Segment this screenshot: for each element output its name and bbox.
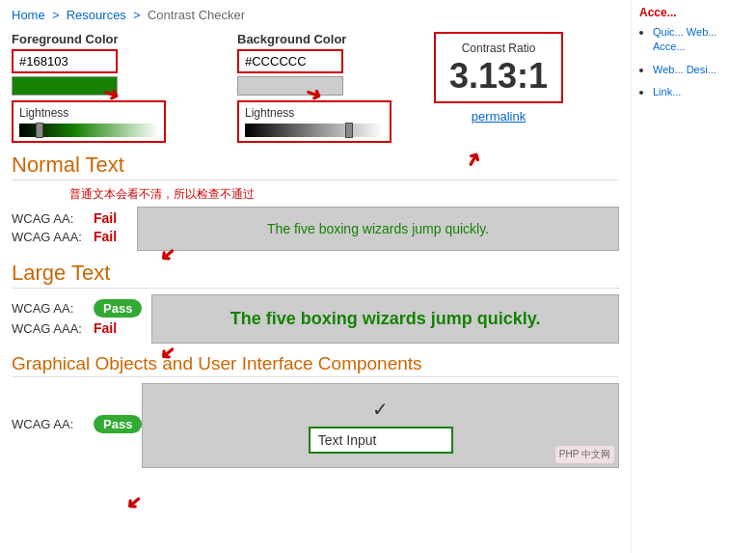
large-text-rows-preview: WCAG AA: Pass WCAG AAA: Fail The five bo… — [12, 294, 619, 344]
sidebar: Acce... Quic... Web... Acce... Web... De… — [631, 0, 756, 553]
breadcrumb-home[interactable]: Home — [12, 8, 45, 22]
graphical-section: Graphical Objects and User Interface Com… — [12, 353, 619, 468]
sidebar-links: Quic... Web... Acce... Web... Desi... Li… — [639, 25, 748, 100]
sidebar-link-3[interactable]: Link... — [653, 86, 681, 97]
normal-text-wcag-rows: WCAG AA: Fail WCAG AAA: Fail — [12, 210, 127, 247]
chinese-note-text: 普通文本会看不清，所以检查不通过 — [69, 187, 255, 201]
background-swatch — [237, 76, 343, 96]
text-input-field[interactable] — [309, 427, 453, 454]
background-lightness-label: Lightness — [245, 106, 384, 120]
contrast-number: 3.13 — [449, 56, 517, 96]
normal-text-heading: Normal Text — [12, 152, 619, 180]
breadcrumb-current: Contrast Checker — [148, 8, 245, 22]
large-wcag-aa-result: Pass — [94, 299, 142, 318]
graphical-wcag-aa-result: Pass — [94, 415, 142, 433]
chinese-note: 普通文本会看不清，所以检查不通过 — [69, 186, 619, 203]
graphical-wcag-aa-label: WCAG AA: — [12, 417, 84, 431]
contrast-ratio-value: 3.13:1 — [449, 59, 548, 94]
foreground-lightness-thumb[interactable] — [36, 123, 43, 138]
page-wrapper: Home > Resources > Contrast Checker Fore… — [0, 0, 756, 553]
graphical-preview: ✓ PHP 中文网 — [142, 383, 619, 468]
normal-text-preview: The five boxing wizards jump quickly. — [137, 207, 619, 251]
normal-text-rows-preview: WCAG AA: Fail WCAG AAA: Fail The five bo… — [12, 207, 619, 251]
large-wcag-aa-row: WCAG AA: Pass — [12, 299, 142, 318]
large-text-preview-text: The five boxing wizards jump quickly. — [230, 309, 541, 328]
sidebar-link-1[interactable]: Quic... Web... Acce... — [653, 26, 716, 52]
graphical-wcag-aa-row: WCAG AA: Pass — [12, 415, 142, 433]
normal-wcag-aaa-result: Fail — [94, 229, 117, 244]
sidebar-item-1: Quic... Web... Acce... — [653, 25, 748, 55]
large-text-section: Large Text WCAG AA: Pass WCAG AAA: Fail … — [12, 261, 619, 344]
background-lightness-section: Lightness — [237, 100, 392, 143]
large-text-heading: Large Text — [12, 261, 619, 289]
sidebar-item-3: Link... — [653, 85, 748, 99]
breadcrumb: Home > Resources > Contrast Checker — [12, 8, 619, 22]
foreground-label: Foreground Color — [12, 32, 166, 46]
normal-wcag-aaa-label: WCAG AAA: — [12, 230, 84, 244]
large-wcag-aaa-result: Fail — [94, 320, 117, 336]
normal-wcag-aa-label: WCAG AA: — [12, 211, 84, 226]
graphical-wcag-rows: WCAG AA: Pass — [12, 415, 142, 436]
large-wcag-aaa-row: WCAG AAA: Fail — [12, 320, 142, 336]
large-text-preview: The five boxing wizards jump quickly. — [151, 294, 619, 344]
contrast-ratio-label: Contrast Ratio — [449, 41, 548, 55]
php-watermark: PHP 中文网 — [555, 446, 614, 463]
contrast-suffix: :1 — [517, 56, 548, 96]
normal-wcag-aa-result: Fail — [94, 210, 117, 226]
large-text-wcag-rows: WCAG AA: Pass WCAG AAA: Fail — [12, 299, 142, 339]
normal-text-preview-text: The five boxing wizards jump quickly. — [267, 221, 489, 236]
contrast-ratio-box: Contrast Ratio 3.13:1 — [434, 32, 563, 103]
arrow-graphical: ➜ — [120, 489, 147, 517]
graphical-heading: Graphical Objects and User Interface Com… — [12, 353, 619, 377]
foreground-section: Foreground Color Lightness — [12, 32, 166, 143]
foreground-input[interactable] — [12, 49, 118, 73]
background-label: Background Color — [237, 32, 392, 46]
background-lightness-bar[interactable] — [245, 124, 384, 137]
main-content: Home > Resources > Contrast Checker Fore… — [0, 0, 631, 553]
graphical-rows-preview: WCAG AA: Pass ✓ PHP 中文网 — [12, 383, 619, 468]
large-wcag-aa-label: WCAG AA: — [12, 301, 84, 316]
large-wcag-aaa-label: WCAG AAA: — [12, 321, 84, 336]
foreground-lightness-bar[interactable] — [19, 124, 158, 137]
foreground-lightness-label: Lightness — [19, 106, 158, 120]
sidebar-link-2[interactable]: Web... Desi... — [653, 64, 716, 75]
normal-wcag-aa-row: WCAG AA: Fail — [12, 210, 127, 226]
foreground-lightness-section: Lightness — [12, 100, 166, 143]
breadcrumb-resources[interactable]: Resources — [67, 8, 126, 22]
php-watermark-text: PHP 中文网 — [559, 449, 610, 459]
normal-wcag-aaa-row: WCAG AAA: Fail — [12, 229, 127, 244]
sidebar-title: Acce... — [639, 6, 748, 19]
background-input[interactable] — [237, 49, 343, 73]
contrast-ratio-section: Contrast Ratio 3.13:1 permalink — [434, 32, 563, 124]
background-lightness-thumb[interactable] — [345, 123, 353, 138]
sidebar-item-2: Web... Desi... — [653, 63, 748, 77]
permalink-link[interactable]: permalink — [434, 109, 563, 124]
normal-text-section: Normal Text 普通文本会看不清，所以检查不通过 WCAG AA: Fa… — [12, 152, 619, 251]
checkmark-icon: ✓ — [156, 398, 605, 421]
